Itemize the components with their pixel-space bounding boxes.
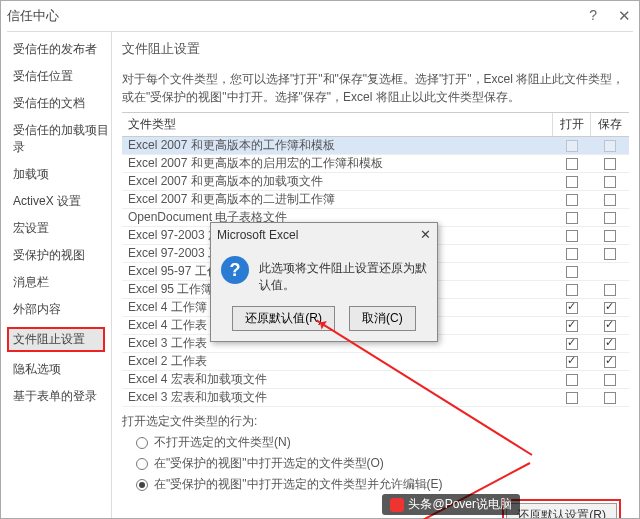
table-row[interactable]: Excel 3 宏表和加载项文件 xyxy=(122,389,629,407)
open-checkbox[interactable] xyxy=(566,230,578,242)
radio-option[interactable]: 在"受保护的视图"中打开选定的文件类型(O) xyxy=(136,455,629,472)
save-checkbox[interactable] xyxy=(604,302,616,314)
sidebar-item[interactable]: 文件阻止设置 xyxy=(7,327,105,352)
open-checkbox[interactable] xyxy=(566,194,578,206)
table-header: 文件类型 打开 保存 xyxy=(122,113,629,137)
save-checkbox[interactable] xyxy=(604,230,616,242)
open-checkbox[interactable] xyxy=(566,320,578,332)
sidebar-item[interactable]: 宏设置 xyxy=(11,219,111,238)
open-checkbox[interactable] xyxy=(566,158,578,170)
panel-heading: 文件阻止设置 xyxy=(122,40,629,58)
sidebar-item[interactable]: 隐私选项 xyxy=(11,360,111,379)
radio-option[interactable]: 在"受保护的视图"中打开选定的文件类型并允许编辑(E) xyxy=(136,476,629,493)
restore-defaults-button[interactable]: 还原默认设置(R) xyxy=(506,503,617,518)
watermark: 头条@Pover说电脑 xyxy=(382,494,520,515)
open-checkbox[interactable] xyxy=(566,212,578,224)
file-type-label: Excel 4 宏表和加载项文件 xyxy=(122,371,553,388)
dialog-cancel-button[interactable]: 取消(C) xyxy=(349,306,416,331)
open-checkbox[interactable] xyxy=(566,302,578,314)
open-checkbox[interactable] xyxy=(566,176,578,188)
col-file-type: 文件类型 xyxy=(122,113,553,136)
open-checkbox[interactable] xyxy=(566,140,578,152)
save-checkbox[interactable] xyxy=(604,320,616,332)
open-checkbox[interactable] xyxy=(566,374,578,386)
window-title: 信任中心 xyxy=(7,7,59,25)
file-type-label: Excel 2007 和更高版本的加载项文件 xyxy=(122,173,553,190)
sidebar-item[interactable]: 消息栏 xyxy=(11,273,111,292)
sidebar-item[interactable]: ActiveX 设置 xyxy=(11,192,111,211)
sidebar-item[interactable]: 受信任的加载项目录 xyxy=(11,121,111,157)
dialog-body: ? 此选项将文件阻止设置还原为默认值。 xyxy=(211,246,437,300)
dialog-message: 此选项将文件阻止设置还原为默认值。 xyxy=(259,256,427,294)
sidebar-item[interactable]: 加载项 xyxy=(11,165,111,184)
sidebar-item[interactable]: 受信任位置 xyxy=(11,67,111,86)
save-checkbox[interactable] xyxy=(604,392,616,404)
save-checkbox[interactable] xyxy=(604,158,616,170)
save-checkbox[interactable] xyxy=(604,284,616,296)
save-checkbox[interactable] xyxy=(604,356,616,368)
open-checkbox[interactable] xyxy=(566,392,578,404)
radio-label: 在"受保护的视图"中打开选定的文件类型(O) xyxy=(154,455,384,472)
radio-icon xyxy=(136,458,148,470)
dialog-title: Microsoft Excel xyxy=(217,228,298,242)
save-checkbox[interactable] xyxy=(604,374,616,386)
table-row[interactable]: Excel 4 宏表和加载项文件 xyxy=(122,371,629,389)
table-row[interactable]: Excel 2007 和更高版本的加载项文件 xyxy=(122,173,629,191)
dialog-close-icon[interactable]: ✕ xyxy=(420,227,431,242)
table-row[interactable]: Excel 2007 和更高版本的启用宏的工作簿和模板 xyxy=(122,155,629,173)
save-checkbox[interactable] xyxy=(604,176,616,188)
radio-icon xyxy=(136,479,148,491)
footer: 还原默认设置(R) xyxy=(122,493,629,518)
sidebar-item[interactable]: 受保护的视图 xyxy=(11,246,111,265)
sidebar-item[interactable]: 基于表单的登录 xyxy=(11,387,111,406)
dialog-titlebar: Microsoft Excel ✕ xyxy=(211,223,437,246)
open-checkbox[interactable] xyxy=(566,284,578,296)
radio-option[interactable]: 不打开选定的文件类型(N) xyxy=(136,434,629,451)
highlight-box: 还原默认设置(R) xyxy=(502,499,621,518)
open-checkbox[interactable] xyxy=(566,338,578,350)
file-type-label: Excel 2007 和更高版本的启用宏的工作簿和模板 xyxy=(122,155,553,172)
file-type-label: Excel 2007 和更高版本的二进制工作簿 xyxy=(122,191,553,208)
behavior-label: 打开选定文件类型的行为: xyxy=(122,413,629,430)
open-checkbox[interactable] xyxy=(566,266,578,278)
open-behavior-section: 打开选定文件类型的行为: 不打开选定的文件类型(N)在"受保护的视图"中打开选定… xyxy=(122,413,629,493)
close-icon[interactable]: ✕ xyxy=(618,7,631,25)
file-type-label: Excel 2007 和更高版本的工作簿和模板 xyxy=(122,137,553,154)
titlebar: 信任中心 ? ✕ xyxy=(1,1,639,31)
file-type-label: Excel 2 工作表 xyxy=(122,353,553,370)
save-checkbox[interactable] xyxy=(604,140,616,152)
sidebar: 受信任的发布者受信任位置受信任的文档受信任的加载项目录加载项ActiveX 设置… xyxy=(1,32,111,518)
save-checkbox[interactable] xyxy=(604,248,616,260)
sidebar-item[interactable]: 外部内容 xyxy=(11,300,111,319)
file-type-label: Excel 3 宏表和加载项文件 xyxy=(122,389,553,406)
sidebar-item[interactable]: 受信任的文档 xyxy=(11,94,111,113)
table-row[interactable]: Excel 2007 和更高版本的二进制工作簿 xyxy=(122,191,629,209)
radio-label: 在"受保护的视图"中打开选定的文件类型并允许编辑(E) xyxy=(154,476,443,493)
save-checkbox[interactable] xyxy=(604,194,616,206)
radio-icon xyxy=(136,437,148,449)
watermark-logo-icon xyxy=(390,498,404,512)
sidebar-item[interactable]: 受信任的发布者 xyxy=(11,40,111,59)
open-checkbox[interactable] xyxy=(566,356,578,368)
open-checkbox[interactable] xyxy=(566,248,578,260)
radio-label: 不打开选定的文件类型(N) xyxy=(154,434,291,451)
table-row[interactable]: Excel 2007 和更高版本的工作簿和模板 xyxy=(122,137,629,155)
col-save: 保存 xyxy=(591,113,629,136)
save-checkbox[interactable] xyxy=(604,338,616,350)
panel-description: 对于每个文件类型，您可以选择"打开"和"保存"复选框。选择"打开"，Excel … xyxy=(122,70,629,106)
help-icon[interactable]: ? xyxy=(589,7,597,23)
col-open: 打开 xyxy=(553,113,591,136)
question-icon: ? xyxy=(221,256,249,284)
save-checkbox[interactable] xyxy=(604,212,616,224)
